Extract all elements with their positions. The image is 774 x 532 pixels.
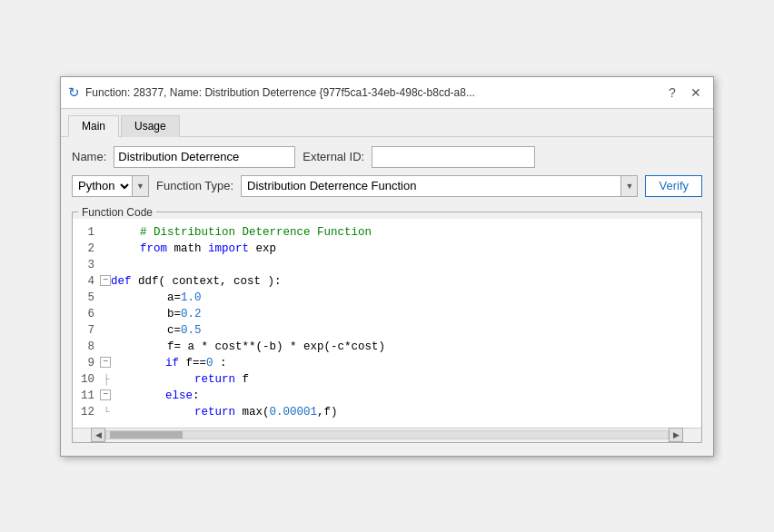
collapse-10: ├ [100,371,113,388]
type-row: Python ▼ Function Type: Distribution Det… [72,175,702,197]
func-type-selector[interactable]: Distribution Deterrence Function ▼ [241,175,638,197]
code-line-8: 8 f= a * cost**(-b) * exp(-c*cost) [73,339,701,355]
title-bar: ↻ Function: 28377, Name: Distribution De… [61,77,713,109]
language-select[interactable]: Python [73,176,132,196]
tab-bar: Main Usage [61,109,713,137]
line-code-9: if f==0 : [111,355,701,371]
window-title: Function: 28377, Name: Distribution Dete… [85,86,475,99]
collapse-4[interactable]: − [100,275,111,286]
line-code-1: # Distribution Deterrence Function [113,224,701,241]
main-window: ↻ Function: 28377, Name: Distribution De… [60,76,714,457]
language-dropdown-arrow[interactable]: ▼ [132,176,148,196]
line-code-4: def ddf( context, cost ): [111,273,701,290]
code-line-12: 12 └ return max(0.00001,f) [73,404,701,420]
func-type-dropdown-arrow[interactable]: ▼ [620,176,637,196]
help-button[interactable]: ? [662,83,682,103]
name-input[interactable] [114,146,295,168]
ext-id-label: External ID: [303,150,364,163]
code-line-2: 2 from math import exp [73,241,701,257]
line-number-1: 1 [73,224,100,241]
line-number-10: 10 [73,371,100,388]
code-line-10: 10 ├ return f [73,371,701,388]
scroll-left-button[interactable]: ◀ [91,428,105,442]
line-code-6: b=0.2 [113,306,701,322]
scroll-right-button[interactable]: ▶ [669,428,683,442]
code-area[interactable]: 1 # Distribution Deterrence Function 2 f… [73,219,701,428]
scrollbar-thumb[interactable] [110,431,183,438]
code-line-11: 11 − else: [73,388,701,404]
func-type-value: Distribution Deterrence Function [242,179,620,192]
line-code-11: else: [111,388,701,404]
line-number-5: 5 [73,290,100,306]
line-number-7: 7 [73,322,100,339]
code-line-9: 9 − if f==0 : [73,355,701,371]
code-line-3: 3 [73,257,701,273]
horizontal-scrollbar[interactable]: ◀ ▶ [73,428,701,442]
window-icon: ↻ [68,84,80,101]
language-selector[interactable]: Python ▼ [72,175,149,197]
verify-button[interactable]: Verify [645,175,702,197]
line-code-12: return max(0.00001,f) [113,404,701,420]
line-number-8: 8 [73,339,100,355]
ext-id-input[interactable] [372,146,535,168]
line-code-2: from math import exp [113,241,701,257]
line-number-9: 9 [73,355,100,371]
tab-main[interactable]: Main [68,115,119,137]
tab-usage[interactable]: Usage [121,115,180,137]
close-button[interactable]: ✕ [686,83,706,103]
title-bar-controls: ? ✕ [662,83,706,103]
name-label: Name: [72,150,106,163]
code-fieldset: Function Code 1 # Distribution Deterrenc… [72,206,702,443]
collapse-12: └ [100,404,113,420]
line-number-2: 2 [73,241,100,257]
main-content: Name: External ID: Python ▼ Function Typ… [61,137,713,456]
line-number-4: 4 [73,273,100,290]
line-code-7: c=0.5 [113,322,701,339]
code-legend: Function Code [78,206,156,219]
code-line-6: 6 b=0.2 [73,306,701,322]
line-code-8: f= a * cost**(-b) * exp(-c*cost) [113,339,701,355]
line-number-3: 3 [73,257,100,273]
line-number-11: 11 [73,388,100,404]
scrollbar-track[interactable] [105,430,669,439]
line-code-5: a=1.0 [113,290,701,306]
func-type-label: Function Type: [156,179,233,192]
line-number-12: 12 [73,404,100,420]
code-line-5: 5 a=1.0 [73,290,701,306]
line-code-10: return f [113,371,701,388]
name-row: Name: External ID: [72,146,702,168]
collapse-9[interactable]: − [100,357,111,368]
title-bar-left: ↻ Function: 28377, Name: Distribution De… [68,84,475,101]
line-number-6: 6 [73,306,100,322]
code-line-7: 7 c=0.5 [73,322,701,339]
code-line-4: 4 − def ddf( context, cost ): [73,273,701,290]
code-line-1: 1 # Distribution Deterrence Function [73,224,701,241]
collapse-11[interactable]: − [100,389,111,400]
